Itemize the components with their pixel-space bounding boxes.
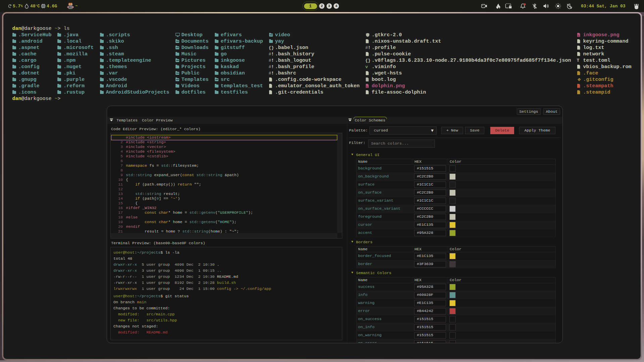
svg-text:>_: >_ bbox=[69, 6, 72, 9]
